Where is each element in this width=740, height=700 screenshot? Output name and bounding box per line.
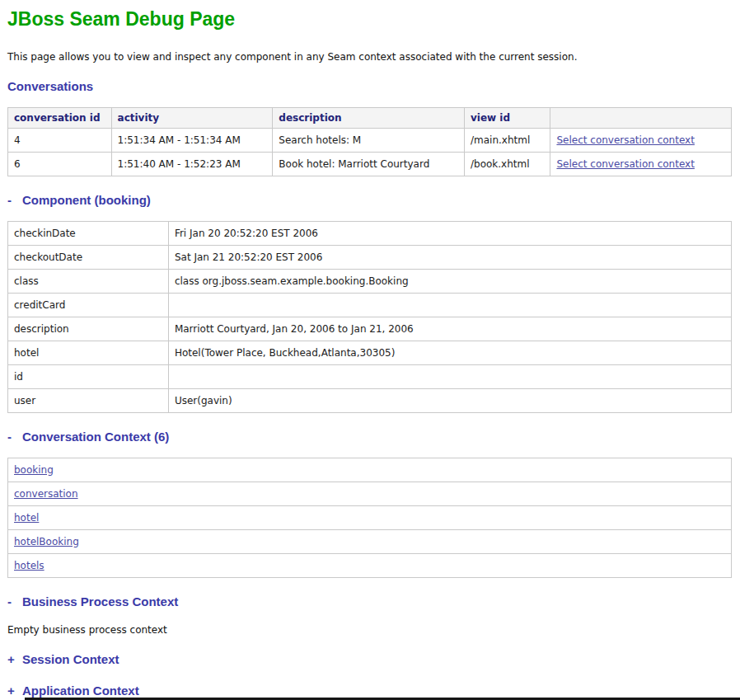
page-title: JBoss Seam Debug Page bbox=[7, 8, 732, 31]
collapse-toggle-icon[interactable]: - bbox=[7, 193, 16, 208]
component-properties-table: checkinDate Fri Jan 20 20:52:20 EST 2006… bbox=[7, 221, 732, 413]
cell-activity: 1:51:34 AM - 1:51:34 AM bbox=[111, 128, 273, 152]
collapse-toggle-icon[interactable]: - bbox=[7, 594, 16, 609]
property-row: id bbox=[8, 364, 732, 388]
context-item-link[interactable]: hotel bbox=[14, 512, 39, 524]
expand-toggle-icon[interactable]: + bbox=[7, 652, 16, 667]
cell-conversation-id: 6 bbox=[8, 152, 112, 176]
session-context-heading-label: Session Context bbox=[22, 652, 119, 666]
context-item-cell: hotel bbox=[8, 505, 732, 529]
context-item-cell: hotelBooking bbox=[8, 529, 732, 553]
conversation-context-heading[interactable]: -Conversation Context (6) bbox=[7, 430, 732, 444]
property-name: user bbox=[8, 388, 169, 412]
cell-action: Select conversation context bbox=[550, 128, 732, 152]
property-name: description bbox=[8, 317, 169, 341]
business-process-empty-message: Empty business process context bbox=[7, 624, 732, 636]
context-item-cell: conversation bbox=[8, 482, 732, 505]
context-item-row: hotels bbox=[8, 553, 732, 577]
conversation-row: 4 1:51:34 AM - 1:51:34 AM Search hotels:… bbox=[8, 128, 732, 152]
select-conversation-link[interactable]: Select conversation context bbox=[556, 158, 694, 170]
property-name: creditCard bbox=[8, 293, 169, 317]
property-row: creditCard bbox=[8, 293, 732, 317]
column-header-view-id: view id bbox=[464, 107, 550, 128]
conversations-heading: Conversations bbox=[7, 79, 732, 94]
select-conversation-link[interactable]: Select conversation context bbox=[556, 134, 694, 146]
cell-view-id: /main.xhtml bbox=[464, 128, 550, 152]
context-item-link[interactable]: booking bbox=[14, 464, 54, 476]
context-item-cell: booking bbox=[8, 458, 732, 482]
column-header-conversation-id: conversation id bbox=[8, 107, 112, 128]
component-heading-label: Component (booking) bbox=[22, 193, 151, 207]
business-process-heading-label: Business Process Context bbox=[22, 594, 178, 608]
cell-description: Book hotel: Marriott Courtyard bbox=[273, 152, 465, 176]
intro-text: This page allows you to view and inspect… bbox=[7, 51, 732, 63]
conversation-row: 6 1:51:40 AM - 1:52:23 AM Book hotel: Ma… bbox=[8, 152, 732, 176]
context-item-row: hotelBooking bbox=[8, 529, 732, 553]
property-value: class org.jboss.seam.example.booking.Boo… bbox=[168, 269, 731, 293]
context-item-row: conversation bbox=[8, 482, 732, 505]
property-name: hotel bbox=[8, 341, 169, 364]
column-header-actions bbox=[550, 107, 732, 128]
expand-toggle-icon[interactable]: + bbox=[7, 684, 16, 698]
property-row: description Marriott Courtyard, Jan 20, … bbox=[8, 317, 732, 341]
cell-activity: 1:51:40 AM - 1:52:23 AM bbox=[111, 152, 273, 176]
context-item-link[interactable]: hotelBooking bbox=[14, 536, 79, 547]
property-value: User(gavin) bbox=[168, 388, 731, 412]
conversation-context-heading-label: Conversation Context (6) bbox=[22, 430, 169, 444]
column-header-description: description bbox=[273, 107, 465, 128]
property-value bbox=[168, 364, 731, 388]
property-value bbox=[168, 293, 731, 317]
context-item-row: hotel bbox=[8, 505, 732, 529]
column-header-activity: activity bbox=[111, 107, 273, 128]
context-item-row: booking bbox=[8, 458, 732, 482]
property-value: Hotel(Tower Place, Buckhead,Atlanta,3030… bbox=[168, 341, 731, 364]
conversation-context-table: booking conversation hotel hotelBooking bbox=[7, 458, 732, 578]
property-row: checkoutDate Sat Jan 21 20:52:20 EST 200… bbox=[8, 245, 732, 269]
context-item-cell: hotels bbox=[8, 553, 732, 577]
application-context-heading[interactable]: +Application Context bbox=[7, 684, 732, 698]
property-row: hotel Hotel(Tower Place, Buckhead,Atlant… bbox=[8, 341, 732, 364]
session-context-heading[interactable]: +Session Context bbox=[7, 652, 732, 667]
property-value: Marriott Courtyard, Jan 20, 2006 to Jan … bbox=[168, 317, 731, 341]
cell-view-id: /book.xhtml bbox=[464, 152, 550, 176]
property-row: class class org.jboss.seam.example.booki… bbox=[8, 269, 732, 293]
component-booking-heading[interactable]: -Component (booking) bbox=[7, 193, 732, 208]
property-name: id bbox=[8, 364, 169, 388]
property-name: checkinDate bbox=[8, 221, 169, 245]
cell-conversation-id: 4 bbox=[8, 128, 112, 152]
cell-description: Search hotels: M bbox=[273, 128, 465, 152]
property-name: class bbox=[8, 269, 169, 293]
seam-debug-page: JBoss Seam Debug Page This page allows y… bbox=[0, 0, 740, 700]
property-name: checkoutDate bbox=[8, 245, 169, 269]
conversations-table: conversation id activity description vie… bbox=[7, 107, 732, 176]
property-value: Fri Jan 20 20:52:20 EST 2006 bbox=[168, 221, 731, 245]
cell-action: Select conversation context bbox=[550, 152, 732, 176]
context-item-link[interactable]: conversation bbox=[14, 488, 78, 500]
business-process-context-heading[interactable]: -Business Process Context bbox=[7, 594, 732, 609]
property-value: Sat Jan 21 20:52:20 EST 2006 bbox=[168, 245, 731, 269]
property-row: checkinDate Fri Jan 20 20:52:20 EST 2006 bbox=[8, 221, 732, 245]
conversations-header-row: conversation id activity description vie… bbox=[8, 107, 732, 128]
context-item-link[interactable]: hotels bbox=[14, 560, 44, 571]
property-row: user User(gavin) bbox=[8, 388, 732, 412]
application-context-heading-label: Application Context bbox=[22, 684, 139, 698]
collapse-toggle-icon[interactable]: - bbox=[7, 430, 16, 444]
